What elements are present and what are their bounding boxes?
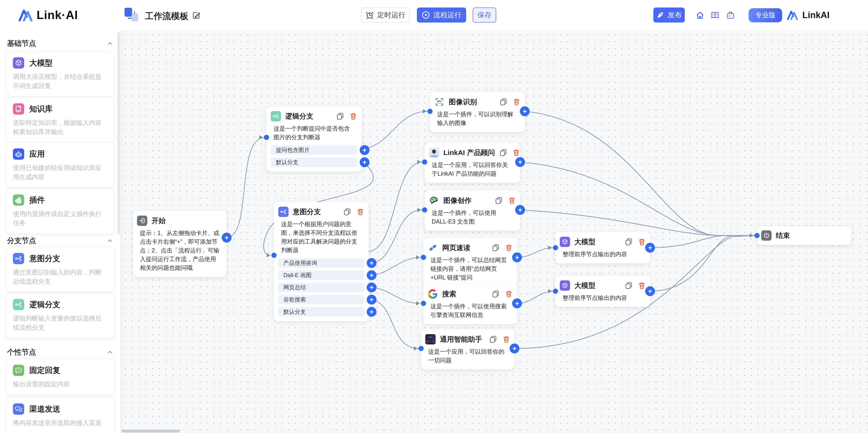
publish-button[interactable]: 发布 xyxy=(653,7,685,23)
input-port[interactable] xyxy=(421,301,427,307)
branch-output-add[interactable]: + xyxy=(367,307,376,317)
copy-node-icon[interactable] xyxy=(336,112,344,120)
brand-logo[interactable]: Link·AI xyxy=(18,0,78,30)
output-port-add[interactable]: + xyxy=(515,205,525,215)
node-llm-top[interactable]: 大模型 整理前序节点输出的内容 + xyxy=(556,232,650,263)
chevron-up-icon[interactable] xyxy=(106,40,114,47)
input-port[interactable] xyxy=(264,135,270,140)
account-brand[interactable]: LinkAI xyxy=(787,0,830,30)
output-port-add[interactable]: + xyxy=(515,157,525,167)
copy-node-icon[interactable] xyxy=(495,197,503,204)
node-linkai-advisor[interactable]: LinkAI 产品顾问 这是一个应用，可以回答你关于LinkAI 产品功能的问题… xyxy=(425,143,520,183)
branch-output-add[interactable]: + xyxy=(360,157,370,167)
llm-cube-icon xyxy=(560,280,570,291)
sidebar-item-desc: 通过意图识别输入的内容，判断后续流程分支 xyxy=(13,268,108,286)
save-button[interactable]: 保存 xyxy=(473,7,496,23)
input-port[interactable] xyxy=(754,233,760,238)
node-start[interactable]: 开始 提示：1、从左侧拖动卡片、或点击卡片右侧“+”，即可添加节点；2、点击「流… xyxy=(133,211,227,277)
input-port[interactable] xyxy=(422,207,428,213)
output-port-add[interactable]: + xyxy=(645,286,655,296)
delete-node-icon[interactable] xyxy=(638,282,646,290)
copy-node-icon[interactable] xyxy=(489,335,497,343)
output-port-add[interactable]: + xyxy=(222,233,231,242)
input-port[interactable] xyxy=(272,253,277,258)
flow-run-button[interactable]: 流程运行 xyxy=(417,7,466,23)
branch-row[interactable]: 提问包含图片 + xyxy=(271,145,357,155)
input-port[interactable] xyxy=(553,245,559,251)
sidebar-item-fixed-reply[interactable]: 固定回复 输出设置的固定内容 xyxy=(6,359,114,395)
delete-node-icon[interactable] xyxy=(508,197,516,204)
section-basic-nodes[interactable]: 基础节点 xyxy=(7,39,114,48)
copy-node-icon[interactable] xyxy=(499,98,507,106)
input-port[interactable] xyxy=(428,109,433,114)
branch-output-add[interactable]: + xyxy=(360,145,370,155)
sidebar-item-intent-branch[interactable]: 意图分支 通过意图识别输入的内容，判断后续流程分支 xyxy=(6,247,114,292)
node-intent-branch[interactable]: 意图分支 这是一个根据用户问题的意图，来选择不同分支流程以使用对应的工具解决问题… xyxy=(274,202,369,321)
node-image-creation[interactable]: 图像创作 这是一个插件，可以使用 DALL-E3 文生图 + xyxy=(425,191,520,231)
sidebar-item-knowledge[interactable]: 知识库 选取特定知识库，根据输入内容检索知识库并输出 xyxy=(6,97,114,143)
node-end[interactable]: 结束 xyxy=(757,226,851,245)
delete-node-icon[interactable] xyxy=(505,244,513,252)
branch-label: 提问包含图片 xyxy=(276,147,310,153)
chevron-up-icon[interactable] xyxy=(106,237,114,244)
branch-row[interactable]: 默认分支 + xyxy=(278,307,364,317)
output-port-add[interactable]: + xyxy=(512,298,522,308)
delete-node-icon[interactable] xyxy=(502,335,510,343)
branch-row[interactable]: 产品使用咨询 + xyxy=(278,258,364,268)
input-port[interactable] xyxy=(553,289,559,294)
branch-output-add[interactable]: + xyxy=(367,283,376,292)
branch-output-add[interactable]: + xyxy=(367,258,376,268)
branch-label: Dall-E 画图 xyxy=(283,272,312,278)
branch-row[interactable]: 默认分支 + xyxy=(271,157,357,167)
delete-node-icon[interactable] xyxy=(513,149,520,156)
sidebar-item-plugin[interactable]: 插件 使用内置插件或自定义插件执行任务 xyxy=(6,189,114,234)
chevron-up-icon[interactable] xyxy=(106,349,114,356)
canvas-horizontal-scrollbar[interactable] xyxy=(122,430,180,433)
schedule-run-button[interactable]: 定时运行 xyxy=(361,7,410,23)
node-web-reader[interactable]: 网页速读 这是一个插件，可以总结网页链接内容，请用“总结网页+URL 链接”提问… xyxy=(424,238,517,287)
node-logic-branch[interactable]: 逻辑分支 这是一个判断提问中是否包含图片的分支判断器 提问包含图片 + 默认分支… xyxy=(267,106,362,172)
copy-node-icon[interactable] xyxy=(499,149,507,156)
branch-label: 默认分支 xyxy=(276,159,299,165)
input-port[interactable] xyxy=(418,346,424,351)
pro-plan-badge[interactable]: 专业版 xyxy=(749,8,782,22)
delete-node-icon[interactable] xyxy=(349,112,357,120)
copy-node-icon[interactable] xyxy=(343,208,351,216)
branch-output-add[interactable]: + xyxy=(367,270,376,280)
output-port-add[interactable]: + xyxy=(520,106,530,116)
delete-node-icon[interactable] xyxy=(513,98,521,106)
home-icon[interactable] xyxy=(695,10,705,20)
branch-row[interactable]: 谷歌搜索 + xyxy=(278,295,364,304)
input-port[interactable] xyxy=(422,160,428,165)
copy-node-icon[interactable] xyxy=(492,290,500,298)
sidebar-scrollbar[interactable] xyxy=(118,32,120,234)
sidebar-item-channel-send[interactable]: 渠道发送 将内容发送至所选取的接入渠道 xyxy=(6,398,114,433)
node-image-recognition[interactable]: 图像识别 这是一个插件，可以识别理解输入的图像 + xyxy=(430,92,525,132)
copy-node-icon[interactable] xyxy=(492,244,500,252)
sidebar-item-app[interactable]: 应用 使用已创建的轻应用或知识库应用生成内容 xyxy=(6,143,114,187)
copy-node-icon[interactable] xyxy=(625,238,633,246)
sidebar-item-logic-branch[interactable]: 逻辑分支 逻辑判断输入变量的值以选择后续流程分支 xyxy=(6,293,114,338)
copy-node-icon[interactable] xyxy=(625,282,633,290)
docs-book-icon[interactable] xyxy=(710,10,720,20)
delete-node-icon[interactable] xyxy=(356,208,364,216)
section-custom-nodes[interactable]: 个性节点 xyxy=(7,348,114,357)
edit-title-icon[interactable] xyxy=(192,11,201,20)
output-port-add[interactable]: + xyxy=(512,253,522,262)
branch-output-add[interactable]: + xyxy=(367,295,376,305)
branch-row[interactable]: 网页总结 + xyxy=(278,283,364,292)
node-general-assistant[interactable]: 通用智能助手 这是一个应用，可以回答你的一切问题 + xyxy=(421,329,515,369)
output-port-add[interactable]: + xyxy=(509,344,519,353)
delete-node-icon[interactable] xyxy=(638,238,646,246)
output-port-add[interactable]: + xyxy=(645,243,655,253)
workflow-canvas[interactable] xyxy=(121,30,868,433)
google-icon xyxy=(428,289,438,299)
delete-node-icon[interactable] xyxy=(505,290,513,298)
section-branch-nodes[interactable]: 分支节点 xyxy=(7,236,114,246)
input-port[interactable] xyxy=(421,255,427,260)
node-search[interactable]: 搜索 这是一个插件，可以使用搜索引擎查询互联网信息 + xyxy=(424,284,517,324)
workspace-bag-icon[interactable] xyxy=(726,10,735,20)
node-llm-bottom[interactable]: 大模型 整理前序节点输出的内容 + xyxy=(556,276,650,307)
sidebar-item-llm[interactable]: 大模型 调用大语言模型，并结合系统提示词生成回复 xyxy=(6,51,114,96)
branch-row[interactable]: Dall-E 画图 + xyxy=(278,270,364,280)
